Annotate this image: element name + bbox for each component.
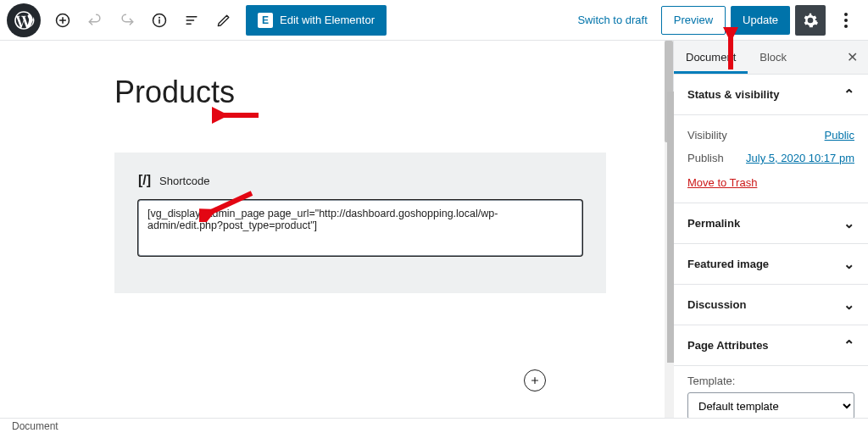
- footer-breadcrumb: Document: [0, 418, 868, 433]
- svg-line-4: [208, 193, 252, 214]
- topbar-left: E Edit with Elementor: [7, 3, 387, 37]
- info-icon: [151, 12, 168, 29]
- tab-block[interactable]: Block: [748, 41, 798, 74]
- chevron-down-icon: ⌄: [843, 297, 854, 313]
- page-attributes-label: Page Attributes: [687, 339, 769, 352]
- info-button[interactable]: [144, 5, 175, 36]
- undo-button[interactable]: [80, 5, 110, 36]
- editor-canvas: Products [/] Shortcode [vg_display_admin…: [0, 41, 673, 418]
- gear-icon: [802, 12, 819, 29]
- section-permalink[interactable]: Permalink ⌄: [674, 203, 868, 244]
- breadcrumb-document[interactable]: Document: [12, 420, 58, 432]
- status-visibility-body: Visibility Public Publish July 5, 2020 1…: [674, 115, 868, 203]
- svg-point-2: [159, 16, 160, 18]
- publish-label: Publish: [687, 152, 724, 164]
- template-label: Template:: [687, 375, 854, 387]
- publish-date-link[interactable]: July 5, 2020 10:17 pm: [746, 152, 854, 164]
- plus-icon: [529, 375, 541, 386]
- shortcode-label: Shortcode: [159, 175, 209, 187]
- chevron-up-icon: ⌃: [843, 337, 854, 353]
- shortcode-block[interactable]: [/] Shortcode [vg_display_admin_page pag…: [114, 153, 606, 293]
- close-sidebar-button[interactable]: ✕: [837, 49, 868, 65]
- page-title[interactable]: Products: [114, 75, 606, 110]
- shortcode-header: [/] Shortcode: [138, 173, 582, 188]
- redo-icon: [119, 12, 136, 29]
- chevron-up-icon: ⌃: [843, 86, 854, 103]
- dots-vertical-icon: [844, 13, 848, 28]
- template-select[interactable]: Default template: [687, 392, 854, 419]
- section-featured-image[interactable]: Featured image ⌄: [674, 244, 868, 285]
- visibility-label: Visibility: [687, 129, 727, 142]
- annotation-arrow-shortcode: [199, 188, 259, 222]
- edit-elementor-button[interactable]: E Edit with Elementor: [246, 5, 387, 36]
- outline-icon: [183, 12, 200, 29]
- sidebar-tabs: Document Block ✕: [674, 41, 868, 75]
- more-options-button[interactable]: [831, 5, 861, 36]
- section-page-attributes[interactable]: Page Attributes ⌃: [674, 325, 868, 366]
- switch-to-draft-link[interactable]: Switch to draft: [577, 14, 647, 26]
- add-block-button[interactable]: [47, 5, 78, 36]
- redo-button[interactable]: [112, 5, 142, 36]
- section-discussion[interactable]: Discussion ⌄: [674, 285, 868, 325]
- chevron-down-icon: ⌄: [843, 215, 854, 231]
- outline-button[interactable]: [176, 5, 207, 36]
- section-status-label: Status & visibility: [687, 88, 779, 101]
- wordpress-icon: [13, 9, 35, 31]
- section-status-visibility[interactable]: Status & visibility ⌃: [674, 75, 868, 115]
- annotation-arrow-title: [212, 103, 263, 127]
- elementor-icon: E: [258, 13, 273, 28]
- annotation-arrow-preview: [718, 27, 743, 75]
- settings-sidebar: Document Block ✕ Status & visibility ⌃ V…: [673, 41, 868, 418]
- edit-mode-button[interactable]: [209, 5, 239, 36]
- settings-button[interactable]: [795, 5, 826, 36]
- elementor-label: Edit with Elementor: [280, 14, 375, 26]
- add-block-inline-button[interactable]: [524, 369, 546, 391]
- pencil-icon: [215, 12, 232, 29]
- wp-logo-button[interactable]: [7, 3, 41, 37]
- move-to-trash-link[interactable]: Move to Trash: [687, 169, 854, 199]
- featured-image-label: Featured image: [687, 258, 769, 270]
- discussion-label: Discussion: [687, 298, 746, 311]
- shortcode-icon: [/]: [138, 173, 151, 188]
- visibility-value-link[interactable]: Public: [825, 129, 854, 142]
- body-area: Products [/] Shortcode [vg_display_admin…: [0, 41, 868, 418]
- preview-button[interactable]: Preview: [661, 6, 726, 35]
- permalink-label: Permalink: [687, 217, 740, 230]
- sidebar-scrollbar[interactable]: [667, 92, 674, 418]
- plus-circle-icon: [54, 12, 71, 29]
- chevron-down-icon: ⌄: [843, 256, 854, 272]
- undo-icon: [86, 12, 103, 29]
